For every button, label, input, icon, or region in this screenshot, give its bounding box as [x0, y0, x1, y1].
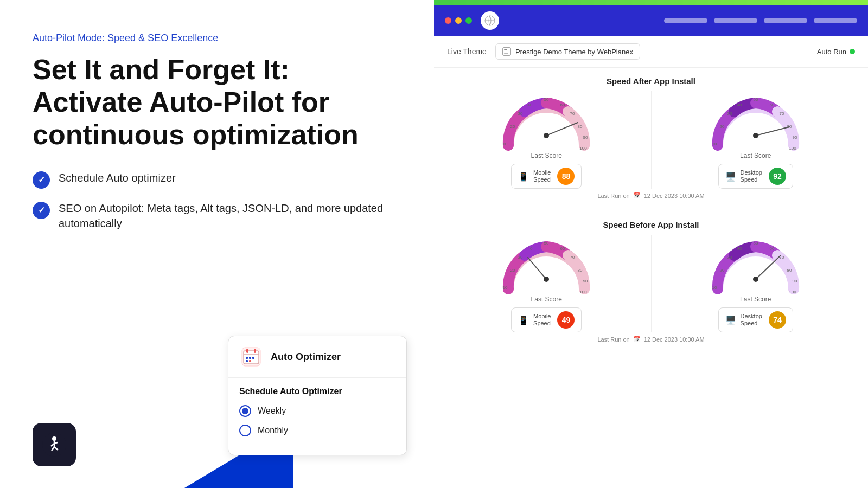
svg-point-46	[753, 133, 758, 138]
svg-text:60: 60	[769, 246, 774, 251]
theme-name: Prestige Demo Theme by WebPlanex	[515, 48, 633, 56]
mobile-label-before: Mobile Speed	[533, 313, 551, 327]
svg-text:90: 90	[583, 279, 588, 284]
desktop-icon-before: 🖥️	[725, 315, 736, 325]
browser-content: Live Theme Prestige Demo Theme by WebPla…	[434, 36, 868, 488]
speed-before-section: Speed Before App Install 10 20 30 40 50	[434, 211, 868, 355]
dot-green[interactable]	[465, 17, 472, 24]
feature-text-1: Schedule Auto optimizer	[59, 170, 176, 185]
gauges-after-row: 10 20 30 40 50 60 70 80 90 100 L	[445, 91, 857, 189]
desktop-score-badge-after: 🖥️ Desktop Speed 92	[718, 164, 793, 189]
svg-line-69	[756, 255, 781, 279]
svg-text:10: 10	[712, 285, 717, 290]
svg-text:10: 10	[503, 142, 508, 146]
mobile-score-badge-after: 📱 Mobile Speed 88	[511, 164, 582, 189]
dot-red[interactable]	[445, 17, 451, 24]
svg-point-70	[753, 277, 758, 282]
calendar-icon-after: 📅	[633, 192, 641, 199]
schedule-section-title: Schedule Auto Optimizer	[239, 387, 395, 396]
svg-text:80: 80	[787, 268, 792, 273]
svg-text:100: 100	[789, 290, 796, 294]
svg-rect-21	[504, 52, 509, 52]
last-run-bar-after: Last Run on 📅 12 Dec 2023 10:00 AM	[445, 189, 857, 202]
svg-line-57	[528, 258, 546, 279]
desktop-gauge-svg-before: 10 20 30 40 50 60 70 80 90 100	[707, 235, 805, 294]
optimizer-icon	[239, 345, 263, 369]
svg-text:40: 40	[737, 246, 742, 251]
svg-line-45	[756, 127, 789, 136]
svg-rect-16	[249, 360, 251, 362]
svg-text:50: 50	[544, 241, 549, 246]
heading-line2: Activate Auto-Pilot for	[33, 86, 329, 118]
desktop-icon-after: 🖥️	[725, 171, 736, 182]
auto-run-label: Auto Run	[817, 48, 846, 56]
gauge-divider-before	[651, 235, 652, 332]
gauge-divider-after	[651, 91, 652, 189]
svg-text:50: 50	[544, 97, 549, 102]
mobile-gauge-after: 10 20 30 40 50 60 70 80 90 100 L	[445, 91, 648, 189]
desktop-score-value-after: 92	[769, 168, 786, 185]
mobile-last-score-before: Last Score	[531, 296, 562, 303]
nav-pill-3	[764, 18, 807, 23]
svg-text:100: 100	[580, 290, 588, 294]
svg-text:40: 40	[528, 102, 533, 107]
svg-rect-13	[249, 357, 251, 359]
desktop-score-value-before: 74	[769, 311, 786, 329]
svg-text:90: 90	[792, 135, 797, 140]
mobile-score-value-before: 49	[557, 311, 575, 329]
desktop-label-after: Desktop Speed	[741, 169, 762, 183]
svg-text:30: 30	[518, 255, 523, 260]
svg-text:70: 70	[570, 111, 575, 116]
nav-pill-1	[664, 18, 707, 23]
last-run-date-after: 12 Dec 2023 10:00 AM	[644, 192, 705, 199]
radio-monthly[interactable]	[239, 425, 251, 436]
svg-text:50: 50	[753, 241, 758, 246]
calendar-icon-before: 📅	[633, 336, 641, 343]
right-panel: Live Theme Prestige Demo Theme by WebPla…	[434, 0, 868, 488]
svg-text:10: 10	[503, 285, 508, 290]
check-icon-2	[33, 202, 50, 219]
svg-text:20: 20	[510, 124, 515, 129]
card-header: Auto Optimizer	[228, 336, 406, 378]
card-body: Schedule Auto Optimizer Weekly Monthly	[228, 387, 406, 436]
browser-chrome	[434, 5, 868, 36]
svg-text:80: 80	[578, 268, 583, 273]
optimizer-card: Auto Optimizer Schedule Auto Optimizer W…	[228, 336, 407, 455]
svg-point-34	[544, 133, 549, 138]
nav-pill-2	[714, 18, 757, 23]
svg-rect-10	[246, 349, 248, 353]
theme-badge-icon	[502, 47, 511, 56]
svg-text:80: 80	[578, 124, 583, 129]
theme-badge: Prestige Demo Theme by WebPlanex	[495, 43, 640, 60]
svg-rect-11	[254, 349, 256, 353]
svg-point-58	[544, 277, 549, 282]
radio-weekly[interactable]	[239, 405, 251, 417]
svg-rect-12	[246, 357, 248, 359]
nav-pill-4	[814, 18, 857, 23]
svg-text:10: 10	[712, 142, 717, 146]
svg-text:40: 40	[737, 102, 742, 107]
svg-text:100: 100	[789, 146, 796, 151]
feature-item-1: Schedule Auto optimizer	[33, 170, 401, 189]
auto-run-badge: Auto Run	[817, 48, 855, 56]
svg-text:20: 20	[719, 268, 724, 273]
mobile-last-score-after: Last Score	[531, 152, 562, 159]
svg-line-33	[546, 123, 578, 136]
green-top-bar	[434, 0, 868, 5]
subtitle: Auto-Pilot Mode: Speed & SEO Excellence	[33, 33, 401, 44]
svg-rect-14	[252, 357, 254, 359]
option-monthly[interactable]: Monthly	[239, 425, 395, 436]
dot-yellow[interactable]	[455, 17, 462, 24]
option-weekly[interactable]: Weekly	[239, 405, 395, 417]
desktop-score-badge-before: 🖥️ Desktop Speed 74	[718, 307, 793, 332]
desktop-label-before: Desktop Speed	[741, 313, 762, 327]
nav-pills	[664, 18, 857, 23]
desktop-gauge-after: 10 20 30 40 50 60 70 80 90 100 L	[654, 91, 858, 189]
desktop-last-score-before: Last Score	[740, 296, 771, 303]
browser-dots	[445, 17, 472, 24]
mobile-gauge-before: 10 20 30 40 50 60 70 80 90 100 L	[445, 235, 648, 332]
svg-text:70: 70	[570, 255, 575, 260]
last-run-bar-before: Last Run on 📅 12 Dec 2023 10:00 AM	[445, 332, 857, 346]
monthly-label: Monthly	[258, 426, 288, 435]
svg-text:60: 60	[560, 102, 565, 107]
